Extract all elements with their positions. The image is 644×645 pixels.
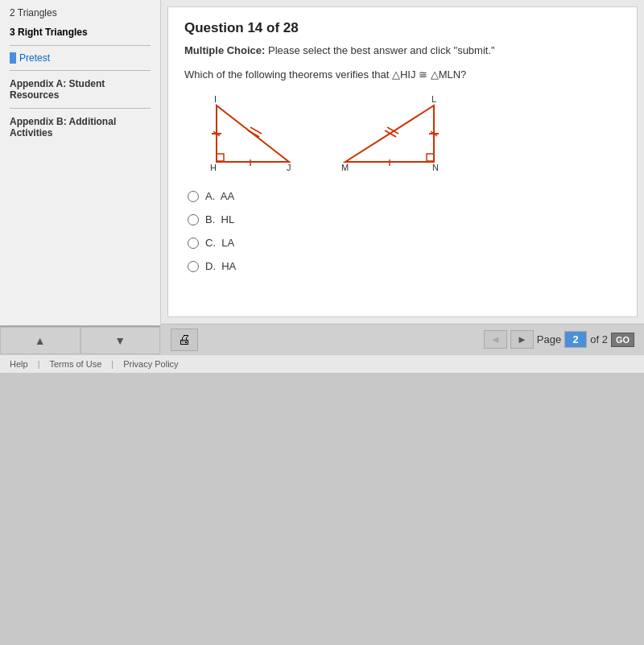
footer: Help | Terms of Use | Privacy Policy [0, 354, 644, 373]
sidebar-appendix-b[interactable]: Appendix B: Additional Activities [0, 112, 160, 143]
choice-a[interactable]: A. AA [188, 190, 621, 202]
svg-rect-11 [427, 154, 434, 161]
choice-b[interactable]: B. HL [188, 213, 621, 225]
svg-rect-1 [217, 154, 224, 161]
radio-a[interactable] [188, 191, 199, 202]
prev-page-button[interactable]: ◄ [484, 330, 507, 349]
radio-c[interactable] [188, 238, 199, 249]
choice-d[interactable]: D. HA [188, 260, 621, 272]
next-page-button[interactable]: ► [510, 330, 534, 349]
sidebar-item-right-triangles[interactable]: 3 Right Triangles [0, 23, 160, 42]
pretest-marker [10, 52, 16, 64]
footer-help[interactable]: Help [10, 359, 28, 369]
instruction-bold: Multiple Choice: [184, 44, 265, 56]
triangle-mln-diagram: L M N [337, 93, 442, 174]
choice-b-label: B. HL [205, 213, 234, 225]
page-input[interactable] [564, 331, 587, 348]
footer-sep-2: | [111, 359, 114, 369]
choice-c-label: C. LA [205, 237, 234, 249]
sidebar-nav: ▲ ▼ [0, 325, 160, 354]
svg-text:H: H [210, 163, 217, 172]
sidebar-divider-3 [10, 108, 151, 109]
question-title: Question 14 of 28 [184, 20, 621, 36]
svg-text:N: N [432, 163, 439, 172]
choice-c[interactable]: C. LA [188, 237, 621, 249]
question-text: Which of the following theorems verifies… [184, 67, 621, 83]
sidebar-nav-up[interactable]: ▲ [0, 327, 80, 354]
sidebar-divider-1 [10, 45, 151, 46]
total-pages: of 2 [590, 333, 608, 345]
question-instruction: Multiple Choice: Please select the best … [184, 43, 621, 59]
instruction-text: Please select the best answer and click … [265, 44, 494, 56]
sidebar-appendix-a[interactable]: Appendix A: Student Resources [0, 74, 160, 105]
svg-text:M: M [341, 163, 349, 172]
svg-text:L: L [431, 94, 436, 104]
bottom-toolbar: 🖨 ◄ ► Page of 2 GO [161, 324, 644, 354]
main-area: 2 Triangles 3 Right Triangles Pretest Ap… [0, 0, 644, 354]
app-container: 2 Triangles 3 Right Triangles Pretest Ap… [0, 0, 644, 373]
diagrams-container: I H J [200, 93, 621, 174]
sidebar: 2 Triangles 3 Right Triangles Pretest Ap… [0, 0, 161, 354]
page-label: Page [537, 333, 561, 345]
choice-a-label: A. AA [205, 190, 234, 202]
question-panel: Question 14 of 28 Multiple Choice: Pleas… [167, 6, 638, 317]
pretest-label: Pretest [19, 52, 50, 64]
sidebar-nav-down[interactable]: ▼ [80, 327, 161, 354]
toolbar-left: 🖨 [171, 329, 198, 351]
print-button[interactable]: 🖨 [171, 329, 198, 351]
sidebar-item-triangles[interactable]: 2 Triangles [0, 3, 160, 23]
go-button[interactable]: GO [611, 333, 634, 347]
radio-d[interactable] [188, 261, 199, 272]
answer-choices: A. AA B. HL C. LA D. HA [188, 190, 621, 272]
footer-privacy[interactable]: Privacy Policy [123, 359, 178, 369]
footer-sep-1: | [38, 359, 40, 369]
sidebar-content: 2 Triangles 3 Right Triangles Pretest Ap… [0, 0, 160, 325]
sidebar-pretest[interactable]: Pretest [0, 49, 160, 67]
content-wrapper: Question 14 of 28 Multiple Choice: Pleas… [161, 0, 644, 354]
radio-b[interactable] [188, 214, 199, 225]
triangle-hij-diagram: I H J [200, 93, 305, 174]
svg-text:I: I [214, 94, 217, 104]
choice-d-label: D. HA [205, 260, 236, 272]
footer-terms[interactable]: Terms of Use [49, 359, 101, 369]
svg-text:J: J [287, 163, 291, 172]
sidebar-divider-2 [10, 70, 151, 71]
toolbar-right: ◄ ► Page of 2 GO [484, 330, 634, 349]
